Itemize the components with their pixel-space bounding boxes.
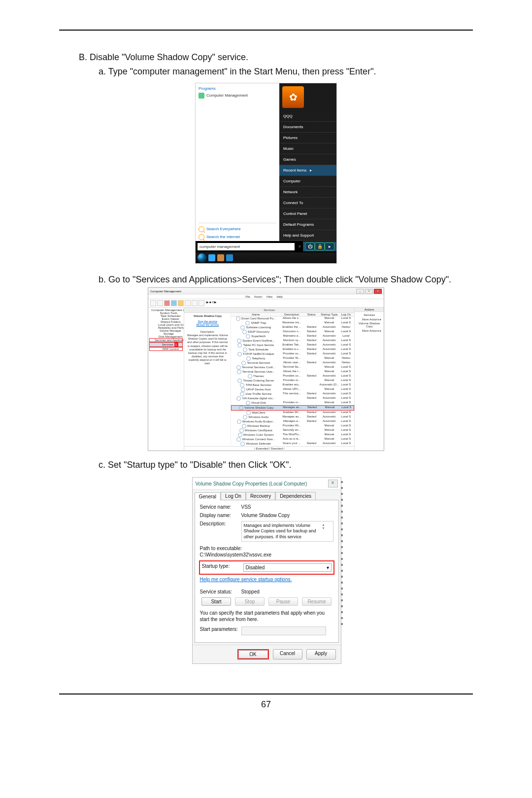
service-row[interactable]: Terminal Services Confi...Terminal Se...… <box>231 365 354 370</box>
start-orb-icon[interactable] <box>198 253 206 262</box>
search-internet[interactable]: Search the Internet <box>196 233 279 241</box>
menu-bar[interactable]: FileActionViewHelp <box>148 295 384 299</box>
service-row[interactable]: System Event Notificat...Monitors sy...S… <box>231 339 354 343</box>
program-result-computer-management[interactable]: Computer Management <box>196 92 279 100</box>
cancel-button[interactable]: Cancel <box>273 649 302 659</box>
service-row[interactable]: Terminal Services User...Allows the r...… <box>231 370 354 374</box>
maximize-button[interactable]: □ <box>365 289 373 294</box>
nav-pictures[interactable]: Pictures <box>279 133 336 143</box>
nav-music[interactable]: Music <box>279 143 336 154</box>
taskbar-icon[interactable] <box>208 254 215 261</box>
tree-services[interactable]: Services 1 <box>149 342 183 347</box>
service-row[interactable]: Windows Audio Endpoi...Manages a...Start… <box>231 419 354 424</box>
toolbar-icon[interactable] <box>178 300 184 306</box>
startup-type-highlight: Startup type: Disabled▾ <box>199 560 334 575</box>
nav-games[interactable]: Games <box>279 154 336 165</box>
service-row[interactable]: 2Volume Shadow CopyManages an...StartedM… <box>231 405 354 411</box>
service-row[interactable]: Smart Card Removal Po...Allows the s...M… <box>231 316 354 321</box>
service-row[interactable]: ThemesProvides us...StartedAutomaticLoca… <box>231 374 354 379</box>
tree-panel[interactable]: Computer Management (Local) System Tools… <box>148 308 184 451</box>
services-list[interactable]: Name Description Status Startup Type Log… <box>231 313 354 446</box>
tree-wmi[interactable]: WMI Control <box>149 347 183 351</box>
stop-button: Stop <box>235 597 265 606</box>
service-row[interactable]: Thread Ordering ServerProvides or...Manu… <box>231 379 354 383</box>
tab-dependencies[interactable]: Dependencies <box>275 492 316 500</box>
clear-search-icon[interactable]: × <box>297 244 303 249</box>
toolbar-icon[interactable] <box>199 300 204 306</box>
toolbar-icon[interactable] <box>164 300 170 306</box>
service-row[interactable]: SSDP DiscoveryDiscovers n...StartedManua… <box>231 330 354 334</box>
toolbar-icon[interactable] <box>185 300 191 306</box>
gear-icon <box>242 330 247 334</box>
restart-service-link[interactable]: Restart the service <box>186 323 229 327</box>
user-name[interactable]: QQQ <box>279 111 336 122</box>
service-row[interactable]: Windows CardSpaceSecurely en...ManualLoc… <box>231 428 354 433</box>
service-row[interactable]: Software LicensingEnables the ...Started… <box>231 325 354 330</box>
action-more[interactable]: More Actions ▸ <box>356 317 383 321</box>
close-button[interactable]: × <box>374 289 382 294</box>
nav-documents[interactable]: Documents <box>279 122 336 133</box>
action-services[interactable]: Services <box>356 313 383 317</box>
service-row[interactable]: User Profile ServiceThis service...Start… <box>231 392 354 396</box>
nav-help-support[interactable]: Help and Support <box>279 230 336 241</box>
apply-button[interactable]: Apply <box>306 649 336 659</box>
nav-computer[interactable]: Computer <box>279 176 336 187</box>
toolbar-icon[interactable] <box>192 300 198 306</box>
list-tabs[interactable]: \ Extended / Standard / <box>184 446 354 451</box>
search-icon <box>199 226 204 232</box>
close-button[interactable]: × <box>328 480 338 487</box>
power-menu-arrow[interactable]: ▸ <box>325 243 334 250</box>
toolbar-icon[interactable] <box>150 300 156 306</box>
startup-type-select[interactable]: Disabled▾ <box>243 563 332 572</box>
screenshot-computer-management: Computer Management _ □ × FileActionView… <box>148 287 384 451</box>
tab-recovery[interactable]: Recovery <box>246 492 275 500</box>
service-row[interactable]: Windows AudioManages au...StartedAutomat… <box>231 415 354 419</box>
help-link[interactable]: Help me configure service startup option… <box>200 577 333 582</box>
tree-services-apps[interactable]: Services and Applications <box>149 338 183 342</box>
service-row[interactable]: Terminal ServicesAllows user...StartedAu… <box>231 361 354 365</box>
user-avatar[interactable]: ✿ <box>282 86 304 108</box>
search-everywhere[interactable]: Search Everywhere <box>196 225 279 233</box>
service-row[interactable]: VIA Karaoke digital mix...StartedAutomat… <box>231 396 354 401</box>
service-row[interactable]: Windows BackupProvides Wi...ManualLocal … <box>231 424 354 428</box>
service-row[interactable]: WebClientEnables Wi...StartedAutomaticLo… <box>231 411 354 415</box>
toolbar[interactable]: ▶ ■ Ⅱ ▶ <box>148 299 384 308</box>
desc-scrollbar[interactable]: ▲▼ <box>321 523 326 530</box>
tab-log-on[interactable]: Log On <box>221 492 246 500</box>
dialog-title: Volume Shadow Copy Properties (Local Com… <box>196 481 307 486</box>
service-row[interactable]: Windows Connect Now...Acts as a re...Man… <box>231 437 354 442</box>
service-row[interactable]: SNMP TrapReceives tra...ManualLocal S <box>231 321 354 325</box>
gear-icon <box>243 415 247 419</box>
service-row[interactable]: SuperfetchMaintains a...StartedAutomatic… <box>231 334 354 339</box>
service-row[interactable]: Virtual DiskProvides m...ManualLocal S <box>231 401 354 405</box>
nav-recent-items[interactable]: Recent Items ▸ <box>279 165 336 176</box>
service-row[interactable]: UPnP Device HostAllows UPn...ManualLocal… <box>231 387 354 392</box>
service-row[interactable]: Task SchedulerEnables a u...StartedAutom… <box>231 347 354 352</box>
action-vsc[interactable]: Volume Shadow Copy <box>356 321 383 328</box>
ok-button[interactable]: OK <box>238 650 268 659</box>
service-row[interactable]: TCP/IP NetBIOS HelperProvides su...Start… <box>231 352 354 356</box>
nav-network[interactable]: Network <box>279 187 336 198</box>
power-button[interactable]: ⏻ <box>305 243 315 250</box>
taskbar-icon[interactable] <box>226 254 233 261</box>
minimize-button[interactable]: _ <box>356 289 364 294</box>
toolbar-icon[interactable] <box>157 300 163 306</box>
service-row[interactable]: TelephonyProvides Te...ManualNetwo <box>231 356 354 361</box>
nav-default-programs[interactable]: Default Programs <box>279 219 336 230</box>
gear-icon <box>240 442 245 446</box>
service-row[interactable]: Windows Color SystemThe WcsPlu...ManualL… <box>231 433 354 437</box>
stop-service-link[interactable]: Stop the service <box>186 320 229 323</box>
service-row[interactable]: TPM Base ServicesEnables acc...Automatic… <box>231 383 354 387</box>
toolbar-icon[interactable] <box>171 300 177 306</box>
start-search-input[interactable] <box>198 243 295 250</box>
lock-button[interactable]: 🔒 <box>315 243 325 250</box>
taskbar-icon[interactable] <box>217 254 224 261</box>
tab-general[interactable]: General <box>195 492 221 500</box>
nav-control-panel[interactable]: Control Panel <box>279 208 336 219</box>
nav-connect-to[interactable]: Connect To <box>279 198 336 208</box>
service-row[interactable]: Windows DefenderScans your ...StartedAut… <box>231 442 354 446</box>
start-button[interactable]: Start <box>201 597 231 606</box>
action-more[interactable]: More Actions ▸ <box>356 328 383 333</box>
gear-icon <box>237 343 242 347</box>
service-row[interactable]: Tablet PC Input ServiceEnables Tab...Sta… <box>231 343 354 347</box>
